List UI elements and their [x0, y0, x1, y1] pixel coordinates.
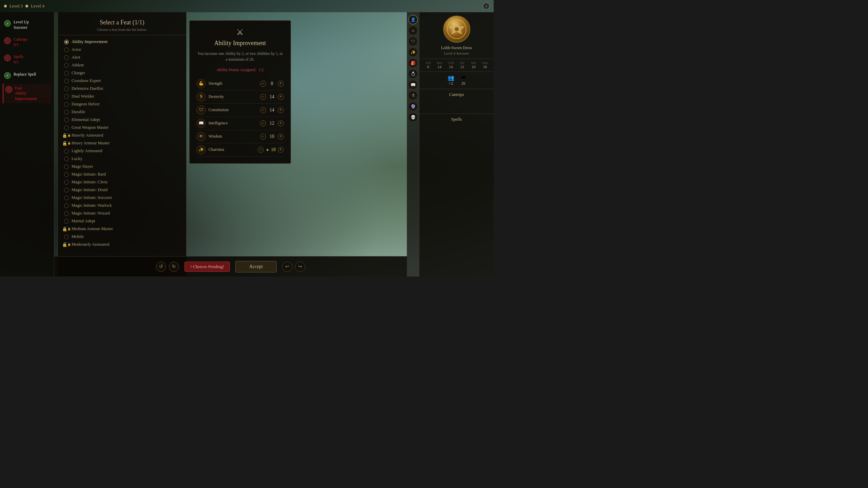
- feat-panel-subtitle: Choose a feat from the list below.: [65, 27, 179, 32]
- char-icon-misc2[interactable]: 💀: [408, 113, 418, 122]
- ability-row-constitution: 🛡Constitution−14+: [196, 104, 284, 117]
- char-icon-misc1[interactable]: 🔮: [408, 102, 418, 111]
- feat-radio-dungeon-delver: [64, 102, 69, 107]
- cha-label: CHA: [480, 62, 491, 65]
- stats-grid: STR 8 DEX 14 CON 14 INT 12 WIS 10 CHA 18: [419, 59, 494, 72]
- feat-item-martial-adept[interactable]: Martial Adept: [63, 217, 181, 225]
- char-icon-ring[interactable]: 💍: [408, 69, 418, 79]
- ability-row-dexterity: 🏃Dexterity−14+: [196, 90, 284, 104]
- feat-item-mage-slayer[interactable]: Mage Slayer: [63, 163, 181, 170]
- nav-redo[interactable]: ↪: [295, 262, 305, 272]
- proficiency-item: 👥 +2: [448, 75, 454, 86]
- char-icon-strip: 👤 ⚔ 🛡 ✨ 🎒 💍 📖 ⚗ 🔮 💀: [407, 12, 419, 277]
- nav-rotate-right[interactable]: ↻: [169, 262, 179, 272]
- sidebar-item-cantrips[interactable]: ! Cantrips0/1: [3, 35, 51, 49]
- ability-increment-constitution[interactable]: +: [278, 107, 284, 113]
- level4-dot: [25, 5, 28, 7]
- ability-increment-strength[interactable]: +: [278, 81, 284, 87]
- ability-decrement-intelligence[interactable]: −: [260, 120, 266, 126]
- ability-controls-wisdom: −10+: [260, 134, 284, 140]
- feat-label-great-weapon-master: Great Weapon Master: [72, 125, 108, 130]
- ability-increment-charisma[interactable]: +: [278, 147, 284, 153]
- feat-item-durable[interactable]: Durable: [63, 108, 181, 116]
- wis-label: WIS: [468, 62, 479, 65]
- feat-item-magic-initiate-druid[interactable]: Magic Initiate: Druid: [63, 186, 181, 194]
- feat-item-alert[interactable]: Alert: [63, 54, 181, 61]
- char-icon-journal[interactable]: 📖: [408, 80, 418, 89]
- cha-value: 18: [480, 65, 491, 69]
- char-icon-magic[interactable]: ✨: [408, 47, 418, 57]
- ability-increment-wisdom[interactable]: +: [278, 134, 284, 140]
- ability-decrement-charisma[interactable]: −: [258, 147, 264, 153]
- ability-decrement-wisdom[interactable]: −: [260, 134, 266, 140]
- character-name: Lolth-Sworn Drow: [423, 45, 490, 50]
- char-icon-portrait[interactable]: 👤: [408, 15, 418, 24]
- char-icon-sword[interactable]: ⚔: [408, 26, 418, 35]
- feat-item-heavily-armoured[interactable]: 🔒Heavily Armoured: [63, 131, 181, 139]
- feat-radio-elemental-adept: [64, 118, 69, 122]
- feat-item-magic-initiate-bard[interactable]: Magic Initiate: Bard: [63, 170, 181, 178]
- stat-con: CON 14: [446, 62, 456, 69]
- feat-item-magic-initiate-warlock[interactable]: Magic Initiate: Warlock: [63, 202, 181, 209]
- feat-item-great-weapon-master[interactable]: Great Weapon Master: [63, 124, 181, 131]
- sidebar-item-levelup[interactable]: ✓ Level UpSorcerer: [3, 18, 51, 32]
- ability-decrement-strength[interactable]: −: [260, 81, 266, 87]
- feat-item-medium-armour-master[interactable]: 🔒Medium Armour Master: [63, 225, 181, 233]
- feat-radio-charger: [64, 71, 69, 76]
- char-icon-shield[interactable]: 🛡: [408, 37, 418, 46]
- feat-label-defensive-duellist: Defensive Duellist: [72, 86, 103, 91]
- stat-dex: DEX 14: [434, 62, 445, 69]
- feat-item-athlete[interactable]: Athlete: [63, 61, 181, 69]
- feat-label-lucky: Lucky: [72, 156, 82, 161]
- stat-cha: CHA 18: [480, 62, 491, 69]
- detail-title: Ability Improvement: [196, 40, 284, 47]
- ability-controls-charisma: −★ 18+: [258, 147, 284, 153]
- ability-increment-intelligence[interactable]: +: [278, 120, 284, 126]
- char-icon-potion[interactable]: ⚗: [408, 91, 418, 100]
- detail-points: Ability Points Assigned: 1/2: [196, 67, 284, 73]
- feat-item-dungeon-delver[interactable]: Dungeon Delver: [63, 100, 181, 108]
- character-class: Level 4 Sorcerer: [423, 51, 490, 55]
- feat-radio-alert: [64, 55, 69, 60]
- char-icon-bag[interactable]: 🎒: [408, 58, 418, 68]
- accept-button[interactable]: Accept: [235, 261, 277, 272]
- feat-item-magic-initiate-sorcerer[interactable]: Magic Initiate: Sorcerer: [63, 194, 181, 202]
- right-sidebar: Lolth-Sworn Drow Level 4 Sorcerer STR 8 …: [419, 12, 494, 277]
- feat-item-heavy-armour-master[interactable]: 🔒Heavy Armour Master: [63, 139, 181, 147]
- con-value: 14: [446, 65, 456, 69]
- nav-rotate-left[interactable]: ↺: [156, 262, 166, 272]
- con-label: CON: [446, 62, 456, 65]
- nav-undo[interactable]: ↩: [282, 262, 292, 272]
- close-button[interactable]: ×: [483, 3, 490, 9]
- sidebar-item-spells[interactable]: ! Spells0/1: [3, 52, 51, 67]
- feat-item-elemental-adept[interactable]: Elemental Adept: [63, 116, 181, 124]
- feat-item-mobile[interactable]: Mobile: [63, 233, 181, 241]
- ability-decrement-constitution[interactable]: −: [260, 107, 266, 113]
- feat-radio-lucky: [64, 157, 69, 161]
- feat-radio-magic-initiate-cleric: [64, 180, 69, 185]
- ability-increment-dexterity[interactable]: +: [278, 94, 284, 100]
- feat-item-magic-initiate-wizard[interactable]: Magic Initiate: Wizard: [63, 209, 181, 217]
- feat-item-defensive-duellist[interactable]: Defensive Duellist: [63, 85, 181, 93]
- feat-label-athlete: Athlete: [72, 63, 84, 68]
- feat-label-actor: Actor: [72, 47, 81, 52]
- feat-item-crossbow-expert[interactable]: Crossbow Expert: [63, 77, 181, 85]
- hp-item: ❤ 26: [461, 75, 466, 86]
- feat-item-ability-improvement[interactable]: Ability Improvement: [63, 38, 181, 46]
- feat-item-magic-initiate-cleric[interactable]: Magic Initiate: Cleric: [63, 178, 181, 186]
- ability-decrement-dexterity[interactable]: −: [260, 94, 266, 100]
- feat-label-lightly-armoured: Lightly Armoured: [72, 148, 102, 154]
- feat-item-dual-wielder[interactable]: Dual Wielder: [63, 93, 181, 100]
- feat-item-lucky[interactable]: Lucky: [63, 155, 181, 163]
- wis-value: 10: [468, 65, 479, 69]
- sidebar-item-replace-spell[interactable]: ✓ Replace Spell: [3, 70, 51, 81]
- feat-radio-lightly-armoured: [64, 149, 69, 154]
- feat-radio-heavy-armour-master: 🔒: [64, 141, 69, 146]
- ability-icon-intelligence: 📖: [196, 119, 206, 128]
- feat-item-charger[interactable]: Charger: [63, 69, 181, 77]
- feat-label-mobile: Mobile: [72, 234, 84, 239]
- feat-item-actor[interactable]: Actor: [63, 46, 181, 54]
- feat-item-moderately-armoured[interactable]: 🔒Moderately Armoured: [63, 241, 181, 248]
- sidebar-item-feat[interactable]: ! FeatAbilityImprovement: [3, 84, 51, 104]
- feat-item-lightly-armoured[interactable]: Lightly Armoured: [63, 147, 181, 155]
